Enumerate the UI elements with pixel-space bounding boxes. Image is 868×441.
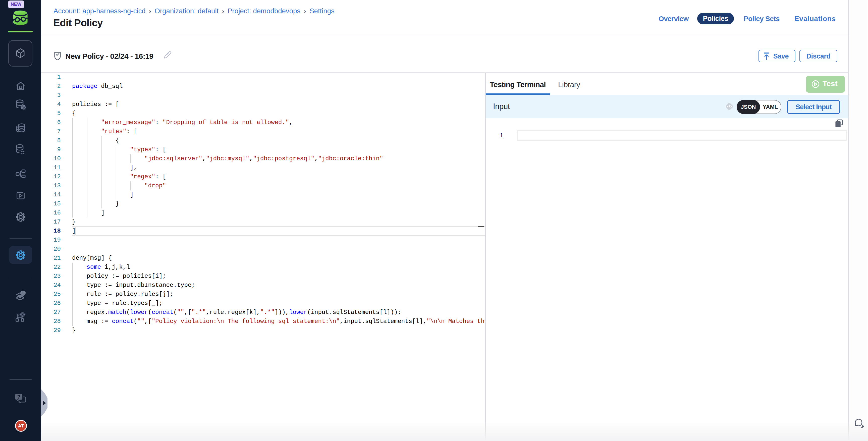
svg-text:?: ? xyxy=(17,394,20,400)
